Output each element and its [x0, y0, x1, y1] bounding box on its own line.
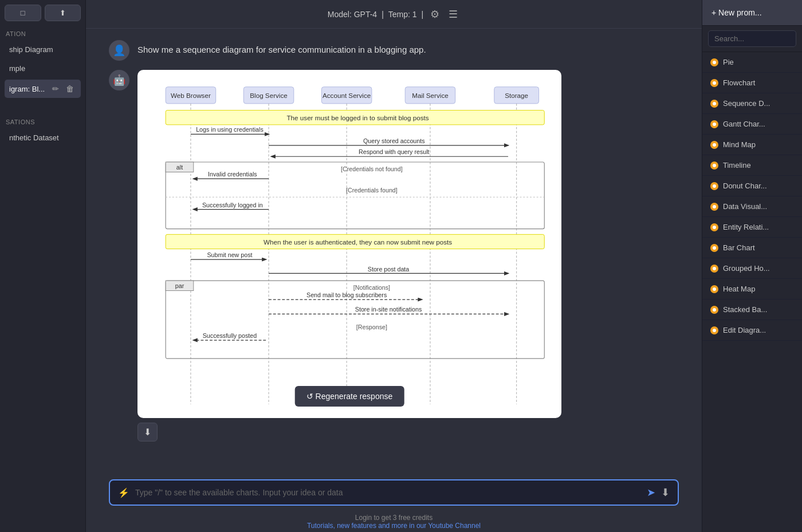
- download-icon: ⬇: [144, 427, 151, 437]
- svg-text:Web Browser: Web Browser: [171, 92, 211, 99]
- svg-text:Invalid credentials: Invalid credentials: [208, 171, 257, 178]
- right-nav-label: Timeline: [723, 161, 751, 170]
- bot-avatar: 🤖: [109, 70, 129, 90]
- edit-icon[interactable]: ✏: [50, 83, 61, 94]
- svg-text:Logs in using credentials: Logs in using credentials: [196, 126, 264, 133]
- input-wrapper: ⚡ ➤ ⬇: [109, 479, 679, 506]
- right-nav-datavisual[interactable]: Data Visual...: [702, 196, 802, 217]
- svg-text:Mail Service: Mail Service: [412, 92, 448, 99]
- model-info: Model: GPT-4 | Temp: 1 | ⚙ ☰: [328, 6, 460, 23]
- right-nav-label: Edit Diagra...: [723, 326, 766, 334]
- dot-icon: [710, 100, 718, 108]
- svg-text:Store post data: Store post data: [368, 266, 410, 273]
- section-label-2: sations: [5, 116, 81, 127]
- svg-text:Respond with query result: Respond with query result: [359, 148, 430, 155]
- svg-text:The user must be logged in to : The user must be logged in to submit blo…: [286, 114, 428, 121]
- svg-text:Store in-site notifications: Store in-site notifications: [355, 306, 422, 313]
- svg-text:alt: alt: [176, 164, 183, 171]
- svg-text:Blog Service: Blog Service: [250, 92, 287, 99]
- dot-icon: [710, 79, 718, 87]
- dot-icon: [710, 244, 718, 252]
- right-nav-label: Sequence D...: [723, 99, 770, 108]
- settings-icon-button[interactable]: ⚙: [428, 6, 442, 23]
- right-nav-flowchart[interactable]: Flowchart: [702, 73, 802, 93]
- right-nav-donut[interactable]: Donut Char...: [702, 176, 802, 196]
- sidebar-item-example[interactable]: mple: [5, 61, 81, 76]
- separator2: |: [422, 10, 424, 19]
- right-nav-label: Donut Char...: [723, 182, 767, 190]
- svg-text:Account Service: Account Service: [323, 92, 371, 99]
- right-nav-label: Mind Map: [723, 140, 756, 149]
- sidebar-item-dataset[interactable]: nthetic Dataset: [5, 130, 81, 145]
- upload-icon: ⬆: [60, 9, 66, 17]
- dot-icon: [710, 285, 718, 293]
- right-nav-mindmap[interactable]: Mind Map: [702, 135, 802, 155]
- dot-icon: [710, 203, 718, 211]
- main-content: Model: GPT-4 | Temp: 1 | ⚙ ☰ 👤 Show me a…: [86, 0, 702, 532]
- right-nav-grouped[interactable]: Grouped Ho...: [702, 258, 802, 279]
- right-nav-timeline[interactable]: Timeline: [702, 155, 802, 176]
- right-nav-gantt[interactable]: Gantt Char...: [702, 114, 802, 135]
- right-nav-label: Flowchart: [723, 78, 755, 87]
- bot-icon: 🤖: [113, 74, 125, 86]
- svg-text:[Credentials found]: [Credentials found]: [346, 187, 398, 194]
- chat-input[interactable]: [135, 488, 641, 497]
- dot-icon: [710, 306, 718, 314]
- user-avatar: 👤: [109, 40, 129, 61]
- svg-text:Query stored accounts: Query stored accounts: [363, 137, 425, 144]
- right-nav-label: Pie: [723, 58, 734, 66]
- search-box: [702, 26, 802, 52]
- temp-label: Temp: 1: [388, 10, 417, 19]
- model-label: Model: GPT-4: [328, 10, 377, 19]
- right-sidebar: + New prom... Pie Flowchart Sequence D..…: [702, 0, 802, 532]
- download-button[interactable]: ⬇: [137, 423, 158, 442]
- down-button[interactable]: ⬇: [661, 486, 670, 499]
- dot-icon: [710, 182, 718, 190]
- footer-link[interactable]: Tutorials, new features and more in our …: [307, 522, 481, 530]
- svg-text:Successfully posted: Successfully posted: [203, 332, 257, 339]
- new-tab-icon: □: [21, 9, 25, 17]
- svg-text:[Notifications]: [Notifications]: [353, 284, 390, 291]
- upload-button[interactable]: ⬆: [45, 5, 81, 21]
- dot-icon: [710, 326, 718, 334]
- svg-text:Successfully logged in: Successfully logged in: [202, 202, 263, 208]
- right-nav-entity[interactable]: Entity Relati...: [702, 217, 802, 238]
- chat-area: 👤 Show me a sequence diagram for service…: [86, 29, 702, 472]
- right-nav-editdiagram[interactable]: Edit Diagra...: [702, 320, 802, 341]
- sidebar-item-blog-diagram[interactable]: igram: Bl... ✏ 🗑: [5, 80, 81, 98]
- left-sidebar: □ ⬆ ation ship Diagram mple igram: Bl...…: [0, 0, 86, 532]
- footer-login-text: Login to get 3 free credits: [355, 514, 433, 522]
- input-area: ⚡ ➤ ⬇: [86, 472, 702, 510]
- sidebar-item-ship-diagram[interactable]: ship Diagram: [5, 42, 81, 57]
- section-label-1: ation: [5, 28, 81, 38]
- regenerate-button[interactable]: ↺ Regenerate response: [295, 386, 404, 407]
- lightning-icon: ⚡: [118, 487, 129, 498]
- svg-text:par: par: [175, 282, 184, 289]
- dot-icon: [710, 223, 718, 231]
- new-prompt-button[interactable]: + New prom...: [702, 0, 802, 26]
- diagram-container: Web Browser Blog Service Account Service…: [137, 70, 561, 418]
- new-tab-button[interactable]: □: [5, 5, 41, 21]
- footer: Login to get 3 free credits Tutorials, n…: [86, 510, 702, 532]
- user-message: 👤 Show me a sequence diagram for service…: [109, 40, 679, 61]
- right-nav-label: Data Visual...: [723, 202, 767, 211]
- right-nav-pie[interactable]: Pie: [702, 52, 802, 73]
- right-nav-label: Heat Map: [723, 285, 755, 293]
- item-actions: ✏ 🗑: [50, 83, 76, 94]
- right-nav-label: Entity Relati...: [723, 223, 769, 231]
- right-nav-sequence[interactable]: Sequence D...: [702, 93, 802, 114]
- svg-text:Storage: Storage: [505, 92, 528, 99]
- separator: |: [382, 10, 384, 19]
- bot-message: 🤖 Web Browser Blog Service Account Servi…: [109, 70, 679, 442]
- dot-icon: [710, 120, 718, 128]
- svg-text:When the user is authenticated: When the user is authenticated, they can…: [264, 238, 452, 246]
- right-nav-heatmap[interactable]: Heat Map: [702, 279, 802, 300]
- dot-icon: [710, 141, 718, 149]
- right-nav-stacked[interactable]: Stacked Ba...: [702, 300, 802, 320]
- menu-icon-button[interactable]: ☰: [446, 6, 460, 23]
- right-nav-label: Bar Chart: [723, 243, 755, 252]
- send-button[interactable]: ➤: [647, 486, 655, 499]
- right-nav-barchart[interactable]: Bar Chart: [702, 238, 802, 258]
- delete-icon[interactable]: 🗑: [64, 83, 76, 94]
- search-input[interactable]: [708, 30, 796, 47]
